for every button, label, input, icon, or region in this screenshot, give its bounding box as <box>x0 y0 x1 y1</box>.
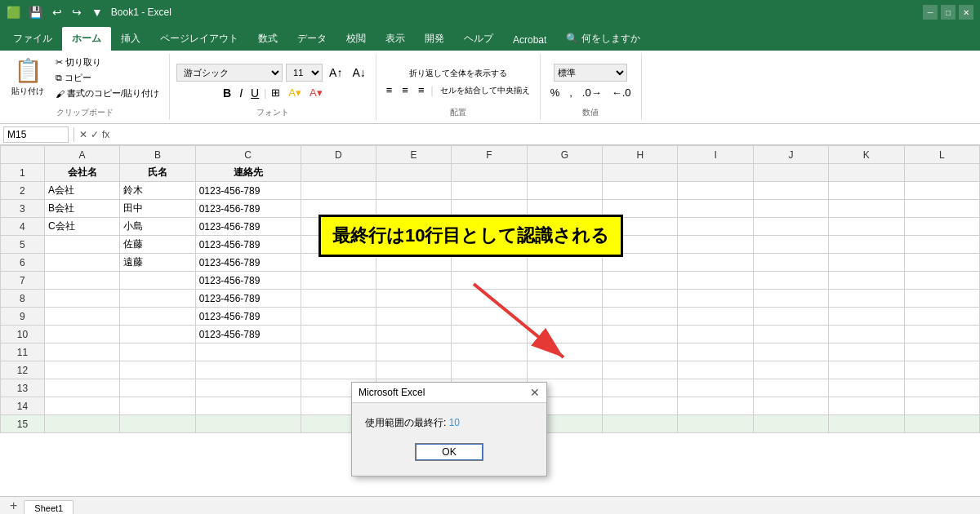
cell-C5[interactable]: 0123-456-789 <box>195 236 301 254</box>
redo-button[interactable]: ↪ <box>69 4 85 20</box>
cell-C13[interactable] <box>195 379 301 397</box>
align-center-btn[interactable]: ≡ <box>399 82 412 98</box>
cell-I6[interactable] <box>678 254 753 272</box>
cell-L13[interactable] <box>904 379 979 397</box>
cell-C2[interactable]: 0123-456-789 <box>195 182 301 200</box>
fill-color-button[interactable]: A▾ <box>285 85 305 100</box>
row-header-11[interactable]: 11 <box>1 343 45 361</box>
cell-B5[interactable]: 佐藤 <box>120 236 195 254</box>
cell-K15[interactable] <box>829 415 904 433</box>
cell-J12[interactable] <box>753 361 828 379</box>
cell-A8[interactable] <box>44 290 119 308</box>
cell-B13[interactable] <box>120 379 195 397</box>
cell-H7[interactable] <box>603 272 678 290</box>
font-size-select[interactable]: 11 <box>286 64 323 82</box>
font-color-button[interactable]: A▾ <box>306 85 326 100</box>
format-paste-button[interactable]: 🖌 書式のコピー/貼り付け <box>52 86 163 100</box>
cell-L9[interactable] <box>904 308 979 326</box>
cell-A5[interactable] <box>44 236 119 254</box>
cell-E2[interactable] <box>376 182 451 200</box>
col-header-h[interactable]: H <box>603 146 678 164</box>
cell-D1[interactable] <box>301 164 376 182</box>
cell-J2[interactable] <box>753 182 828 200</box>
tab-help[interactable]: ヘルプ <box>454 27 503 51</box>
cell-J14[interactable] <box>753 397 828 415</box>
cell-H1[interactable] <box>603 164 678 182</box>
dialog-close-button[interactable]: ✕ <box>530 387 540 398</box>
cell-B8[interactable] <box>120 290 195 308</box>
cell-L8[interactable] <box>904 290 979 308</box>
cell-C7[interactable]: 0123-456-789 <box>195 272 301 290</box>
font-name-select[interactable]: 游ゴシック <box>176 64 283 82</box>
cell-K12[interactable] <box>829 361 904 379</box>
cell-K14[interactable] <box>829 397 904 415</box>
cell-F12[interactable] <box>452 361 527 379</box>
cell-D11[interactable] <box>301 343 376 361</box>
italic-button[interactable]: I <box>236 85 246 101</box>
cell-G7[interactable] <box>527 272 602 290</box>
tab-search[interactable]: 🔍 何をしますか <box>556 27 649 51</box>
row-header-5[interactable]: 5 <box>1 236 45 254</box>
cell-C10[interactable]: 0123-456-789 <box>195 326 301 343</box>
row-header-6[interactable]: 6 <box>1 254 45 272</box>
cell-L3[interactable] <box>904 200 979 218</box>
row-header-3[interactable]: 3 <box>1 200 45 218</box>
cell-E1[interactable] <box>376 164 451 182</box>
cell-K1[interactable] <box>829 164 904 182</box>
cell-I10[interactable] <box>678 326 753 343</box>
cell-I3[interactable] <box>678 200 753 218</box>
cell-A1[interactable]: 会社名 <box>44 164 119 182</box>
cancel-formula-icon[interactable]: ✕ <box>79 129 87 140</box>
cell-I12[interactable] <box>678 361 753 379</box>
cell-K5[interactable] <box>829 236 904 254</box>
cell-J10[interactable] <box>753 326 828 343</box>
cell-G8[interactable] <box>527 290 602 308</box>
cell-I8[interactable] <box>678 290 753 308</box>
cell-I15[interactable] <box>678 415 753 433</box>
tab-review[interactable]: 校閲 <box>336 27 376 51</box>
cell-E7[interactable] <box>376 272 451 290</box>
cell-C11[interactable] <box>195 343 301 361</box>
cell-I14[interactable] <box>678 397 753 415</box>
tab-page-layout[interactable]: ページレイアウト <box>150 27 248 51</box>
tab-file[interactable]: ファイル <box>3 27 62 51</box>
cell-K6[interactable] <box>829 254 904 272</box>
tab-dev[interactable]: 開発 <box>415 27 454 51</box>
cell-J8[interactable] <box>753 290 828 308</box>
cell-A7[interactable] <box>44 272 119 290</box>
cell-E9[interactable] <box>376 308 451 326</box>
cell-I13[interactable] <box>678 379 753 397</box>
cell-C8[interactable]: 0123-456-789 <box>195 290 301 308</box>
cell-K11[interactable] <box>829 343 904 361</box>
col-header-l[interactable]: L <box>904 146 979 164</box>
tab-data[interactable]: データ <box>287 27 336 51</box>
comma-btn[interactable]: , <box>566 85 576 100</box>
underline-button[interactable]: U <box>247 85 262 101</box>
cell-A6[interactable] <box>44 254 119 272</box>
cell-I5[interactable] <box>678 236 753 254</box>
tab-acrobat[interactable]: Acrobat <box>503 29 556 51</box>
cell-G10[interactable] <box>527 326 602 343</box>
cell-H10[interactable] <box>603 326 678 343</box>
cell-F1[interactable] <box>452 164 527 182</box>
bold-button[interactable]: B <box>220 85 234 101</box>
cell-A10[interactable] <box>44 326 119 343</box>
cell-E10[interactable] <box>376 326 451 343</box>
col-header-j[interactable]: J <box>753 146 828 164</box>
row-header-10[interactable]: 10 <box>1 326 45 343</box>
customize-button[interactable]: ▼ <box>88 4 106 20</box>
row-header-8[interactable]: 8 <box>1 290 45 308</box>
cell-J6[interactable] <box>753 254 828 272</box>
row-header-4[interactable]: 4 <box>1 218 45 236</box>
cell-A12[interactable] <box>44 361 119 379</box>
cell-J1[interactable] <box>753 164 828 182</box>
align-right-btn[interactable]: ≡ <box>415 82 428 98</box>
cell-L7[interactable] <box>904 272 979 290</box>
cell-K9[interactable] <box>829 308 904 326</box>
number-format-select[interactable]: 標準 <box>554 64 627 82</box>
row-header-7[interactable]: 7 <box>1 272 45 290</box>
cell-L4[interactable] <box>904 218 979 236</box>
cell-F2[interactable] <box>452 182 527 200</box>
copy-button[interactable]: ⧉ コピー <box>52 71 163 85</box>
cell-E8[interactable] <box>376 290 451 308</box>
